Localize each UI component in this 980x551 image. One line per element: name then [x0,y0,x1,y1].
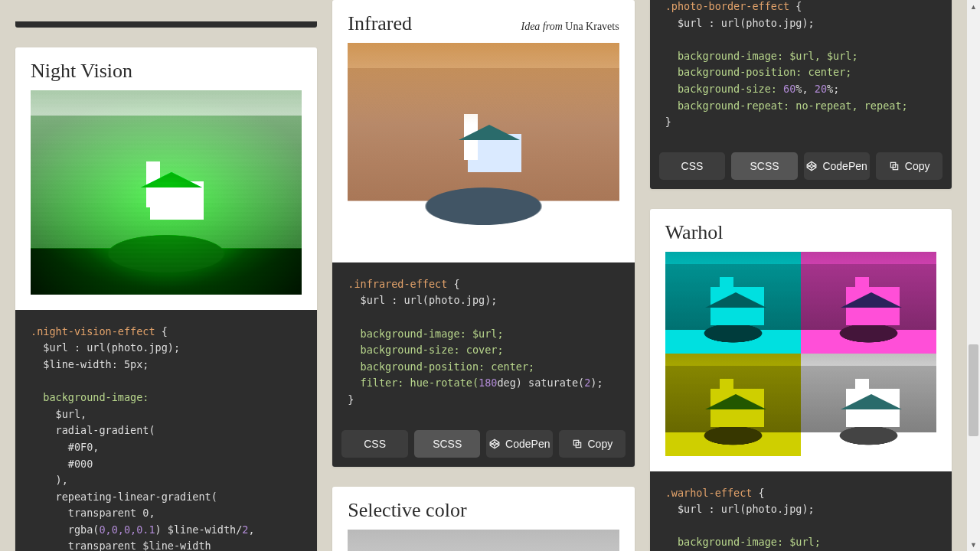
previous-card-stub [15,21,317,28]
card-infrared: Infrared Idea from Una Kravets .infrared… [332,0,634,467]
code-toolbar: CSS SCSS CodePen Copy [332,422,634,467]
css-button[interactable]: CSS [659,152,726,180]
card-credit: Idea from Una Kravets [521,21,619,33]
card-title: Selective color [348,499,466,522]
code-block: .infrared-effect { $url : url(photo.jpg)… [332,262,634,422]
card-selective-color: Selective color [332,487,634,552]
card-warhol: Warhol .warhol-effect { $url : url(photo… [650,209,952,551]
copy-icon [889,161,900,171]
scroll-up-arrow[interactable]: ▲ [969,0,978,13]
css-button[interactable]: CSS [341,430,408,458]
scss-button[interactable]: SCSS [731,152,798,180]
demo-image-night-vision [31,90,302,295]
scrollbar-thumb[interactable] [969,344,978,436]
demo-image-warhol [665,252,936,456]
copy-icon [572,439,583,449]
scss-button[interactable]: SCSS [414,430,481,458]
card-title: Infrared [348,12,412,35]
card-title: Warhol [665,221,724,244]
demo-image-selective [348,530,619,552]
codepen-icon [806,161,817,171]
demo-image-infrared [348,43,619,247]
code-toolbar: CSS SCSS CodePen Copy [650,145,952,189]
code-block: .night-vision-effect { $url : url(photo.… [15,310,317,551]
code-block: .warhol-effect { $url : url(photo.jpg); … [650,471,952,552]
codepen-button[interactable]: CodePen [486,430,553,458]
card-photo-border: .photo-border-effect { $url : url(photo.… [650,0,952,189]
scroll-down-arrow[interactable]: ▼ [969,538,978,551]
card-title: Night Vision [31,60,132,83]
page-scrollbar[interactable]: ▲ ▼ [967,0,980,551]
codepen-icon [489,439,500,449]
copy-button[interactable]: Copy [876,152,942,180]
copy-button[interactable]: Copy [559,430,626,458]
code-block: .photo-border-effect { $url : url(photo.… [650,0,952,145]
card-night-vision: Night Vision .night-vision-effect { $url… [15,47,317,551]
codepen-button[interactable]: CodePen [804,152,871,180]
